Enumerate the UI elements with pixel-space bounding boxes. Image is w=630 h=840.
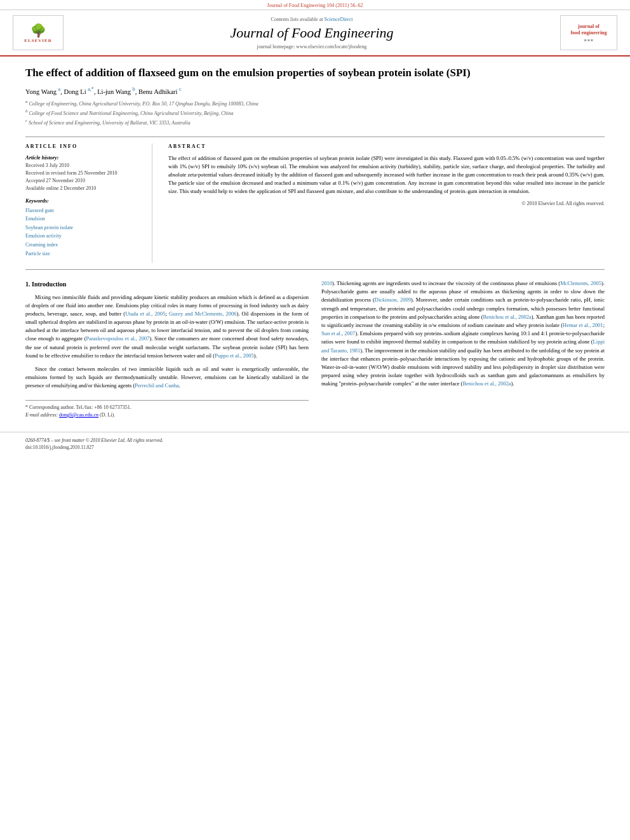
article-title: The effect of addition of flaxseed gum o…	[25, 66, 605, 80]
author-yong-wang: Yong Wang	[25, 88, 57, 95]
journal-title: Journal of Food Engineering	[64, 25, 560, 41]
footer-issn: 0260-8774/$ – see front matter © 2010 El…	[25, 437, 605, 443]
ref-benichou2002a-2[interactable]: Benichou et al., 2002a	[462, 380, 511, 387]
body-col-left: 1. Introduction Mixing two immiscible fl…	[25, 279, 309, 419]
keywords-heading: Keywords:	[25, 197, 142, 204]
contents-line: Contents lists available at ScienceDirec…	[64, 17, 560, 22]
keyword-6: Particle size	[25, 250, 142, 258]
abstract-heading: ABSTRACT	[168, 143, 605, 149]
journal-logo-right: journal offood engineering ■ ■ ■	[560, 15, 617, 50]
accepted-date: Accepted 27 November 2010	[25, 177, 142, 185]
journal-center: Contents lists available at ScienceDirec…	[64, 17, 560, 50]
ref-perrechil[interactable]: Perrechil and Cunha,	[135, 382, 180, 389]
keywords-block: Keywords: Flaxseed gum Emulsion Soybean …	[25, 197, 142, 258]
abstract-copyright: © 2010 Elsevier Ltd. All rights reserved…	[168, 201, 605, 206]
contents-text: Contents lists available at	[271, 17, 325, 22]
ref-sun[interactable]: Sun et al., 2007	[321, 330, 355, 337]
journal-citation-bar: Journal of Food Engineering 104 (2011) 5…	[0, 0, 630, 10]
body-columns: 1. Introduction Mixing two immiscible fl…	[25, 279, 605, 419]
footnote-section: * Corresponding author. Tel./fax: +86 10…	[25, 400, 309, 420]
article-info-panel: ARTICLE INFO Article history: Received 3…	[25, 143, 152, 263]
journal-header: 🌳 ELSEVIER Contents lists available at S…	[0, 10, 630, 57]
revised-date: Received in revised form 25 November 201…	[25, 170, 142, 177]
keyword-3: Soybean protein isolate	[25, 223, 142, 232]
footnote-corresponding: * Corresponding author. Tel./fax: +86 10…	[25, 404, 309, 411]
section1-number: 1.	[25, 281, 32, 288]
journal-citation-text: Journal of Food Engineering 104 (2011) 5…	[267, 3, 363, 8]
keyword-5: Creaming index	[25, 241, 142, 250]
elsevier-logo: 🌳 ELSEVIER	[13, 15, 64, 50]
ref-utada[interactable]: Utada et al., 2005	[125, 310, 165, 317]
ref-puppo[interactable]: Puppo et al., 2005	[215, 352, 254, 359]
author-benu-adhikari: Benu Adhikari	[138, 88, 178, 95]
main-content: The effect of addition of flaxseed gum o…	[0, 57, 630, 432]
ref-guzey[interactable]: Guzey and McClements, 2006	[169, 310, 236, 317]
page-footer: 0260-8774/$ – see front matter © 2010 El…	[0, 432, 630, 453]
ref-mcclements[interactable]: McClements, 2005	[560, 280, 601, 286]
elsevier-label: ELSEVIER	[24, 38, 51, 43]
keyword-2: Emulsion	[25, 215, 142, 223]
logo-decoration: ■ ■ ■	[584, 38, 593, 42]
affiliations: a College of Engineering, China Agricult…	[25, 99, 605, 127]
journal-logo-label: journal offood engineering	[570, 23, 607, 36]
body-col-right: 2010). Thickening agents are ingredients…	[321, 279, 605, 419]
article-history-block: Article history: Received 3 July 2010 Re…	[25, 154, 142, 192]
keyword-1: Flaxseed gum	[25, 206, 142, 215]
ref-paraskevo[interactable]: Paraskevopoulou et al., 2007	[86, 335, 150, 342]
body-para-right-1: 2010). Thickening agents are ingredients…	[321, 279, 605, 388]
affil-b: b College of Food Science and Nutritiona…	[25, 110, 234, 116]
article-meta-section: ARTICLE INFO Article history: Received 3…	[25, 137, 605, 270]
author-lijun-wang: Li-jun Wang	[97, 88, 131, 95]
received-date: Received 3 July 2010	[25, 162, 142, 170]
author-affil-c: c	[179, 86, 182, 92]
footer-doi: doi:10.1016/j.jfoodeng.2010.11.027	[25, 444, 605, 450]
ref-hemar[interactable]: Hemar et al., 2001	[563, 322, 603, 328]
ref-benichou2002a[interactable]: Benichou et al., 2002a	[483, 314, 532, 320]
affil-c: c School of Science and Engineering, Uni…	[25, 120, 191, 126]
author-affil-a-star: a,*	[88, 86, 94, 92]
footnote-email-link[interactable]: dongli@cau.edu.cn	[59, 412, 98, 418]
body-para-2: Since the contact between molecules of t…	[25, 365, 309, 390]
article-info-heading: ARTICLE INFO	[25, 143, 142, 149]
section1-title: 1. Introduction	[25, 279, 309, 290]
ref-2010[interactable]: 2010	[321, 280, 332, 286]
ref-lippi[interactable]: Lippi and Taranto, 1981	[321, 338, 605, 353]
available-date: Available online 2 December 2010	[25, 185, 142, 192]
authors-line: Yong Wang a, Dong Li a,*, Li-jun Wang b,…	[25, 86, 605, 95]
body-para-1: Mixing two immiscible fluids and providi…	[25, 293, 309, 360]
abstract-text: The effect of addition of flaxseed gum o…	[168, 154, 605, 196]
elsevier-tree-icon: 🌳	[30, 23, 46, 38]
footnote-email-name: (D. Li).	[98, 412, 115, 418]
keyword-4: Emulsion activity	[25, 232, 142, 241]
footnote-email-label: E-mail address:	[25, 412, 59, 418]
author-dong-li: Dong Li	[64, 88, 86, 95]
ref-dickinson[interactable]: Dickinson, 2009	[375, 297, 411, 303]
footnote-email: E-mail address: dongli@cau.edu.cn (D. Li…	[25, 411, 309, 419]
sciencedirect-link[interactable]: ScienceDirect	[325, 17, 353, 22]
author-affil-a1: a	[58, 86, 61, 92]
affil-a: a College of Engineering, China Agricult…	[25, 101, 258, 107]
article-history-label: Article history:	[25, 154, 142, 161]
journal-url: journal homepage: www.elsevier.com/locat…	[64, 44, 560, 50]
section1-label: Introduction	[32, 281, 66, 288]
author-affil-b: b	[133, 86, 135, 92]
abstract-section: ABSTRACT The effect of addition of flaxs…	[165, 143, 605, 263]
